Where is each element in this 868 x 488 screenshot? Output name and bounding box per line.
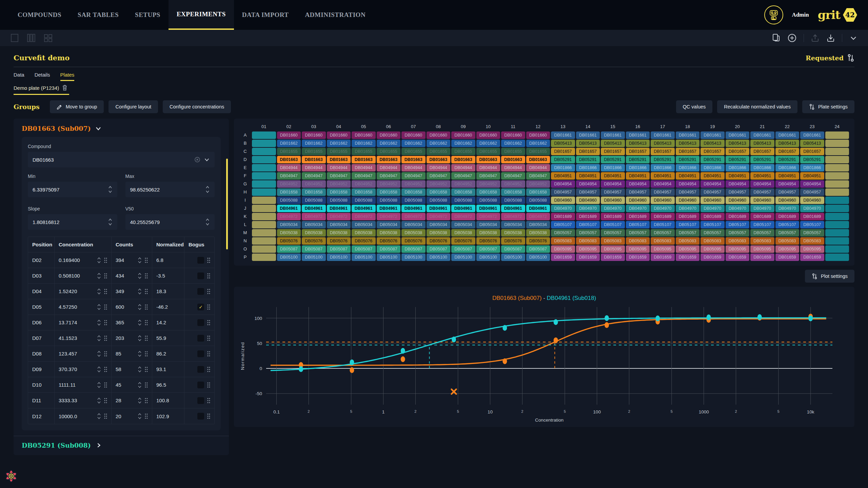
plate-well-N05[interactable]: DB05076 [352, 237, 376, 245]
plate-well-J16[interactable]: DB04970 [626, 205, 650, 212]
plate-well-G09[interactable]: DB04952 [451, 180, 475, 188]
plate-well-E12[interactable]: DB04944 [526, 164, 550, 171]
data-point-2[interactable] [605, 315, 609, 321]
plate-well-D03[interactable]: DB01663 [302, 156, 326, 163]
plate-well-K05[interactable]: DB04972 [352, 213, 376, 220]
plate-well-O12[interactable]: DB05087 [526, 245, 550, 253]
plate-well-C10[interactable]: DB01655 [476, 148, 500, 155]
plate-well-N14[interactable]: DB05083 [576, 237, 600, 245]
drag-handle-icon[interactable] [144, 304, 148, 310]
plate-well-B24[interactable] [825, 140, 849, 147]
cell-concentration[interactable]: 1111.11 [55, 377, 112, 392]
plate-well-E03[interactable]: DB04944 [302, 164, 326, 171]
plate-well-L22[interactable]: DB05107 [775, 221, 800, 228]
plate-well-I19[interactable]: DB04960 [701, 197, 725, 204]
drag-handle-icon[interactable] [144, 350, 148, 357]
plate-well-F12[interactable]: DB04947 [526, 172, 550, 180]
plate-well-M06[interactable]: DB05038 [377, 229, 401, 237]
plate-well-I02[interactable]: DB05088 [277, 197, 301, 204]
drag-handle-icon[interactable] [207, 413, 210, 420]
plate-well-A15[interactable]: DB01661 [601, 131, 625, 139]
plate-well-K02[interactable]: DB04972 [277, 213, 301, 220]
plate-well-F08[interactable]: DB04947 [427, 172, 451, 180]
plate-well-C12[interactable]: DB01655 [526, 148, 550, 155]
plate-well-C15[interactable]: DB01657 [601, 148, 625, 155]
data-point-2[interactable] [757, 314, 762, 320]
plate-well-K07[interactable]: DB04972 [401, 213, 426, 220]
plate-well-P03[interactable]: DB05100 [302, 253, 326, 261]
clear-icon[interactable] [194, 157, 200, 163]
plate-well-P12[interactable]: DB05100 [526, 253, 550, 261]
drag-handle-icon[interactable] [144, 272, 148, 279]
plate-well-B20[interactable]: DB05413 [726, 140, 750, 147]
plate-well-L16[interactable]: DB05107 [626, 221, 650, 228]
drag-handle-icon[interactable] [207, 382, 210, 388]
plate-well-O06[interactable]: DB05087 [377, 245, 401, 253]
plate-well-I17[interactable]: DB04960 [651, 197, 675, 204]
plate-well-J01[interactable] [252, 205, 276, 212]
plate-well-B16[interactable]: DB05413 [626, 140, 650, 147]
plate-well-A13[interactable]: DB01661 [551, 131, 575, 139]
plate-well-G03[interactable]: DB04952 [302, 180, 326, 188]
bogus-checkbox[interactable] [197, 366, 204, 373]
plate-well-E04[interactable]: DB04944 [327, 164, 351, 171]
plate-well-B04[interactable]: DB01662 [327, 140, 351, 147]
plate-well-P23[interactable]: DB01659 [800, 253, 824, 261]
plate-well-O17[interactable]: DB05095 [651, 245, 675, 253]
plate-well-B15[interactable]: DB05413 [601, 140, 625, 147]
drag-handle-icon[interactable] [104, 382, 107, 388]
bogus-checkbox[interactable] [197, 257, 204, 264]
plate-well-G11[interactable]: DB04952 [501, 180, 525, 188]
upload-icon[interactable] [811, 33, 820, 43]
plate-well-I03[interactable]: DB05088 [302, 197, 326, 204]
plate-well-H11[interactable]: DB01658 [501, 188, 525, 196]
plate-well-M16[interactable]: DB05057 [626, 229, 650, 237]
plate-well-L04[interactable]: DB05034 [327, 221, 351, 228]
cell-concentration[interactable]: 1.52420 [55, 284, 112, 299]
plate-well-F11[interactable]: DB04947 [501, 172, 525, 180]
plate-well-D02[interactable]: DB01663 [277, 156, 301, 163]
drag-handle-icon[interactable] [104, 319, 107, 326]
plate-well-M09[interactable]: DB05038 [451, 229, 475, 237]
plate-well-D15[interactable]: DB05291 [601, 156, 625, 163]
plate-well-C18[interactable]: DB01657 [676, 148, 700, 155]
plate-well-B09[interactable]: DB01662 [451, 140, 475, 147]
bogus-checkbox[interactable] [197, 413, 204, 420]
plate-well-J03[interactable]: DB04961 [302, 205, 326, 212]
plate-well-P10[interactable]: DB05100 [476, 253, 500, 261]
plate-well-B18[interactable]: DB05413 [676, 140, 700, 147]
plate-well-A09[interactable]: DB01660 [451, 131, 475, 139]
cell-counts[interactable]: 394 [112, 252, 152, 268]
plate-well-O09[interactable]: DB05087 [451, 245, 475, 253]
configure-layout-button[interactable]: Configure layout [108, 100, 158, 113]
plate-well-E20[interactable]: DB01866 [726, 164, 750, 171]
plate-well-L12[interactable]: DB05034 [526, 221, 550, 228]
plate-well-G13[interactable]: DB04954 [551, 180, 575, 188]
plate-well-L05[interactable]: DB05034 [352, 221, 376, 228]
cell-concentration[interactable]: 10000.0 [55, 408, 112, 424]
duplicate-icon[interactable] [772, 33, 781, 43]
number-spinner-icon[interactable] [138, 365, 142, 373]
plate-well-E11[interactable]: DB04944 [501, 164, 525, 171]
plate-well-K10[interactable]: DB04972 [476, 213, 500, 220]
chevron-down-icon[interactable] [849, 34, 858, 42]
cell-concentration[interactable]: 370.370 [55, 362, 112, 377]
plate-well-J21[interactable]: DB04970 [750, 205, 774, 212]
drag-handle-icon[interactable] [104, 397, 107, 404]
plate-well-B01[interactable] [252, 140, 276, 147]
drag-handle-icon[interactable] [207, 335, 210, 342]
plate-well-L14[interactable]: DB05107 [576, 221, 600, 228]
plate-well-I24[interactable] [825, 197, 849, 204]
data-point-2[interactable] [502, 325, 507, 331]
bogus-checkbox[interactable]: ✓ [197, 304, 204, 310]
plate-well-F05[interactable]: DB04947 [352, 172, 376, 180]
plate-well-C17[interactable]: DB01657 [651, 148, 675, 155]
drag-handle-icon[interactable] [144, 257, 148, 264]
data-point-1[interactable] [605, 322, 609, 328]
plate-well-M17[interactable]: DB05057 [651, 229, 675, 237]
cell-concentration[interactable]: 41.1523 [55, 330, 112, 346]
plate-well-L15[interactable]: DB05107 [601, 221, 625, 228]
tools-icon[interactable] [847, 54, 854, 62]
devtools-toggle[interactable] [4, 469, 18, 485]
plate-well-D12[interactable]: DB01663 [526, 156, 550, 163]
